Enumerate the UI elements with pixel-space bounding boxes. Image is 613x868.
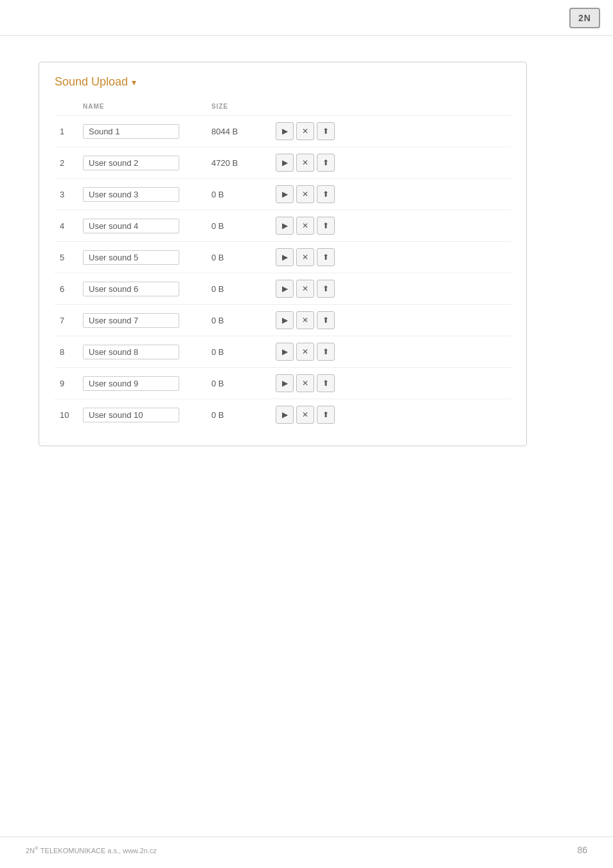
upload-button[interactable]: ⬆ — [317, 154, 335, 172]
row-size: 0 B — [206, 273, 271, 305]
row-number: 2 — [55, 147, 78, 179]
table-row: 24720 B▶✕⬆ — [55, 147, 511, 179]
row-name-cell — [78, 336, 206, 368]
play-button[interactable]: ▶ — [276, 248, 294, 266]
play-button[interactable]: ▶ — [276, 154, 294, 172]
row-size: 0 B — [206, 179, 271, 210]
play-button[interactable]: ▶ — [276, 185, 294, 203]
row-name-cell — [78, 147, 206, 179]
delete-button[interactable]: ✕ — [296, 311, 314, 329]
row-name-cell — [78, 368, 206, 399]
name-input[interactable] — [83, 408, 179, 422]
row-actions: ▶✕⬆ — [271, 273, 511, 305]
upload-button[interactable]: ⬆ — [317, 406, 335, 424]
row-name-cell — [78, 210, 206, 242]
table-row: 80 B▶✕⬆ — [55, 336, 511, 368]
row-actions: ▶✕⬆ — [271, 147, 511, 179]
name-input[interactable] — [83, 282, 179, 296]
upload-button[interactable]: ⬆ — [317, 311, 335, 329]
upload-button[interactable]: ⬆ — [317, 248, 335, 266]
play-button[interactable]: ▶ — [276, 280, 294, 298]
row-size: 0 B — [206, 336, 271, 368]
table-row: 30 B▶✕⬆ — [55, 179, 511, 210]
table-row: 18044 B▶✕⬆ — [55, 116, 511, 147]
row-actions: ▶✕⬆ — [271, 242, 511, 273]
chevron-down-icon[interactable]: ▾ — [132, 77, 136, 87]
play-button[interactable]: ▶ — [276, 217, 294, 235]
col-header-actions — [271, 100, 511, 116]
footer-company: 2N® TELEKOMUNIKACE a.s., www.2n.cz — [26, 847, 157, 854]
name-input[interactable] — [83, 124, 179, 139]
row-number: 7 — [55, 305, 78, 336]
row-size: 0 B — [206, 368, 271, 399]
table-row: 40 B▶✕⬆ — [55, 210, 511, 242]
row-number: 5 — [55, 242, 78, 273]
play-button[interactable]: ▶ — [276, 343, 294, 361]
row-name-cell — [78, 116, 206, 147]
delete-button[interactable]: ✕ — [296, 343, 314, 361]
footer-page-number: 86 — [577, 845, 587, 855]
row-number: 3 — [55, 179, 78, 210]
play-button[interactable]: ▶ — [276, 122, 294, 140]
col-header-name: NAME — [78, 100, 206, 116]
row-size: 4720 B — [206, 147, 271, 179]
table-row: 60 B▶✕⬆ — [55, 273, 511, 305]
table-row: 50 B▶✕⬆ — [55, 242, 511, 273]
row-actions: ▶✕⬆ — [271, 179, 511, 210]
row-actions: ▶✕⬆ — [271, 336, 511, 368]
row-actions: ▶✕⬆ — [271, 116, 511, 147]
row-actions: ▶✕⬆ — [271, 305, 511, 336]
row-name-cell — [78, 179, 206, 210]
row-number: 6 — [55, 273, 78, 305]
sound-table: NAME SIZE 18044 B▶✕⬆24720 B▶✕⬆30 B▶✕⬆40 … — [55, 100, 511, 430]
row-size: 0 B — [206, 210, 271, 242]
delete-button[interactable]: ✕ — [296, 406, 314, 424]
row-name-cell — [78, 305, 206, 336]
row-name-cell — [78, 399, 206, 431]
row-number: 8 — [55, 336, 78, 368]
table-row: 90 B▶✕⬆ — [55, 368, 511, 399]
row-number: 4 — [55, 210, 78, 242]
row-number: 9 — [55, 368, 78, 399]
row-number: 1 — [55, 116, 78, 147]
delete-button[interactable]: ✕ — [296, 248, 314, 266]
row-size: 0 B — [206, 305, 271, 336]
row-number: 10 — [55, 399, 78, 431]
upload-button[interactable]: ⬆ — [317, 185, 335, 203]
name-input[interactable] — [83, 156, 179, 170]
delete-button[interactable]: ✕ — [296, 122, 314, 140]
delete-button[interactable]: ✕ — [296, 154, 314, 172]
name-input[interactable] — [83, 376, 179, 391]
name-input[interactable] — [83, 219, 179, 233]
table-header: NAME SIZE — [55, 100, 511, 116]
row-name-cell — [78, 242, 206, 273]
table-row: 100 B▶✕⬆ — [55, 399, 511, 431]
play-button[interactable]: ▶ — [276, 406, 294, 424]
col-header-size: SIZE — [206, 100, 271, 116]
delete-button[interactable]: ✕ — [296, 185, 314, 203]
play-button[interactable]: ▶ — [276, 311, 294, 329]
delete-button[interactable]: ✕ — [296, 217, 314, 235]
row-size: 0 B — [206, 242, 271, 273]
row-name-cell — [78, 273, 206, 305]
name-input[interactable] — [83, 250, 179, 265]
name-input[interactable] — [83, 345, 179, 359]
col-header-num — [55, 100, 78, 116]
row-actions: ▶✕⬆ — [271, 368, 511, 399]
delete-button[interactable]: ✕ — [296, 280, 314, 298]
upload-button[interactable]: ⬆ — [317, 343, 335, 361]
play-button[interactable]: ▶ — [276, 374, 294, 392]
upload-button[interactable]: ⬆ — [317, 280, 335, 298]
name-input[interactable] — [83, 187, 179, 202]
footer-left: 2N® TELEKOMUNIKACE a.s., www.2n.cz — [26, 845, 157, 854]
name-input[interactable] — [83, 313, 179, 328]
section-header: Sound Upload ▾ — [55, 75, 511, 89]
upload-button[interactable]: ⬆ — [317, 217, 335, 235]
footer: 2N® TELEKOMUNIKACE a.s., www.2n.cz 86 — [0, 836, 613, 855]
delete-button[interactable]: ✕ — [296, 374, 314, 392]
main-content: Sound Upload ▾ NAME SIZE 18044 B▶✕⬆24720… — [0, 36, 613, 472]
upload-button[interactable]: ⬆ — [317, 122, 335, 140]
row-actions: ▶✕⬆ — [271, 210, 511, 242]
top-bar: 2N — [0, 0, 613, 36]
upload-button[interactable]: ⬆ — [317, 374, 335, 392]
